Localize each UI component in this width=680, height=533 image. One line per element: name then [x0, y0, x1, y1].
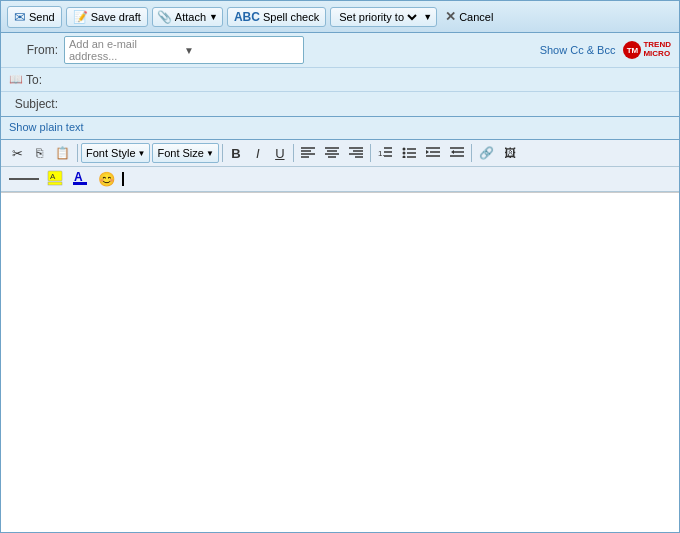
svg-marker-25 [426, 150, 429, 154]
italic-button[interactable]: I [248, 143, 268, 163]
attach-label: Attach [175, 11, 206, 23]
paste-icon: 📋 [55, 146, 70, 160]
from-row: From: Add an e-mail address... ▼ Show Cc… [1, 33, 679, 68]
show-plain-text-link[interactable]: Show plain text [9, 121, 84, 133]
attach-arrow-icon: ▼ [209, 12, 218, 22]
save-draft-label: Save draft [91, 11, 141, 23]
bold-icon: B [231, 146, 240, 161]
align-right-button[interactable] [345, 143, 367, 163]
indent-icon [426, 146, 440, 161]
align-center-icon [325, 146, 339, 161]
from-label: From: [9, 43, 64, 57]
underline-icon: U [275, 146, 284, 161]
svg-text:A: A [74, 170, 83, 184]
plain-text-row: Show plain text [1, 117, 679, 140]
unordered-list-button[interactable] [398, 143, 420, 163]
book-icon: 📖 [9, 73, 23, 86]
indent-button[interactable] [422, 143, 444, 163]
email-body-editor[interactable] [1, 193, 679, 533]
trend-micro-text: TRENDMICRO [643, 41, 671, 59]
separator-5 [471, 144, 472, 162]
font-color-button[interactable]: A [69, 169, 91, 189]
font-size-dropdown[interactable]: Font Size ▼ [152, 143, 218, 163]
image-button[interactable]: 🖼 [500, 143, 520, 163]
to-input[interactable] [64, 73, 671, 87]
unordered-list-icon [402, 146, 416, 161]
trend-micro-icon: TM [623, 41, 641, 59]
show-cc-bcc-link[interactable]: Show Cc & Bcc [540, 44, 616, 56]
underline-button[interactable]: U [270, 143, 290, 163]
svg-point-17 [402, 151, 405, 154]
italic-icon: I [256, 146, 260, 161]
font-style-arrow-icon: ▼ [138, 149, 146, 158]
save-draft-button[interactable]: 📝 Save draft [66, 7, 148, 27]
editor-wrapper [1, 192, 679, 533]
cancel-x-icon: ✕ [445, 9, 456, 24]
cut-icon: ✂ [12, 146, 23, 161]
priority-dropdown[interactable]: Set priority to High Normal Low ▼ [330, 7, 437, 27]
font-size-label: Font Size [157, 147, 203, 159]
to-label: 📖 To: [9, 73, 64, 87]
subject-input[interactable] [64, 97, 671, 111]
font-style-label: Font Style [86, 147, 136, 159]
send-button[interactable]: ✉ Send [7, 6, 62, 28]
highlight-button[interactable]: A [44, 169, 66, 189]
ordered-list-button[interactable]: 1. [374, 143, 396, 163]
svg-text:1.: 1. [378, 149, 385, 158]
email-header: From: Add an e-mail address... ▼ Show Cc… [1, 33, 679, 117]
format-toolbar-2: A A 😊 [1, 167, 679, 192]
svg-point-16 [402, 147, 405, 150]
from-address-placeholder: Add an e-mail address... [69, 38, 184, 62]
svg-marker-29 [451, 150, 454, 154]
send-label: Send [29, 11, 55, 23]
spell-check-button[interactable]: ABC Spell check [227, 7, 326, 27]
to-row: 📖 To: [1, 68, 679, 92]
align-left-button[interactable] [297, 143, 319, 163]
attach-icon: 📎 [157, 10, 172, 24]
spell-check-label: Spell check [263, 11, 319, 23]
horizontal-rule-icon[interactable] [9, 178, 39, 180]
svg-rect-32 [48, 182, 62, 185]
copy-button[interactable]: ⎘ [29, 143, 49, 163]
outdent-icon [450, 146, 464, 161]
separator-1 [77, 144, 78, 162]
trend-micro-logo: TM TRENDMICRO [623, 41, 671, 59]
from-dropdown-arrow-icon: ▼ [184, 45, 299, 56]
priority-arrow-icon: ▼ [423, 12, 432, 22]
separator-4 [370, 144, 371, 162]
cancel-label: Cancel [459, 11, 493, 23]
emoji-icon: 😊 [98, 171, 115, 187]
spell-check-icon: ABC [234, 10, 260, 24]
cancel-button[interactable]: ✕ Cancel [441, 7, 497, 26]
font-color-icon: A [73, 170, 87, 189]
attach-dropdown[interactable]: 📎 Attach ▼ [152, 7, 223, 27]
bold-button[interactable]: B [226, 143, 246, 163]
link-button[interactable]: 🔗 [475, 143, 498, 163]
align-left-icon [301, 146, 315, 161]
priority-select[interactable]: Set priority to High Normal Low [335, 10, 420, 24]
cursor-indicator [122, 172, 124, 186]
send-icon: ✉ [14, 9, 26, 25]
outdent-button[interactable] [446, 143, 468, 163]
emoji-button[interactable]: 😊 [94, 169, 119, 189]
paste-button[interactable]: 📋 [51, 143, 74, 163]
main-toolbar: ✉ Send 📝 Save draft 📎 Attach ▼ ABC Spell… [1, 1, 679, 33]
image-icon: 🖼 [504, 146, 516, 160]
separator-2 [222, 144, 223, 162]
from-address-dropdown[interactable]: Add an e-mail address... ▼ [64, 36, 304, 64]
format-toolbar: ✂ ⎘ 📋 Font Style ▼ Font Size ▼ B I U [1, 140, 679, 167]
align-right-icon [349, 146, 363, 161]
separator-3 [293, 144, 294, 162]
cut-button[interactable]: ✂ [7, 143, 27, 163]
ordered-list-icon: 1. [378, 146, 392, 161]
highlight-color-icon: A [47, 170, 63, 189]
link-icon: 🔗 [479, 146, 494, 160]
font-size-arrow-icon: ▼ [206, 149, 214, 158]
svg-rect-34 [73, 182, 87, 185]
subject-row: Subject: [1, 92, 679, 116]
copy-icon: ⎘ [36, 146, 43, 160]
font-style-dropdown[interactable]: Font Style ▼ [81, 143, 150, 163]
subject-label: Subject: [9, 97, 64, 111]
align-center-button[interactable] [321, 143, 343, 163]
svg-point-18 [402, 155, 405, 158]
